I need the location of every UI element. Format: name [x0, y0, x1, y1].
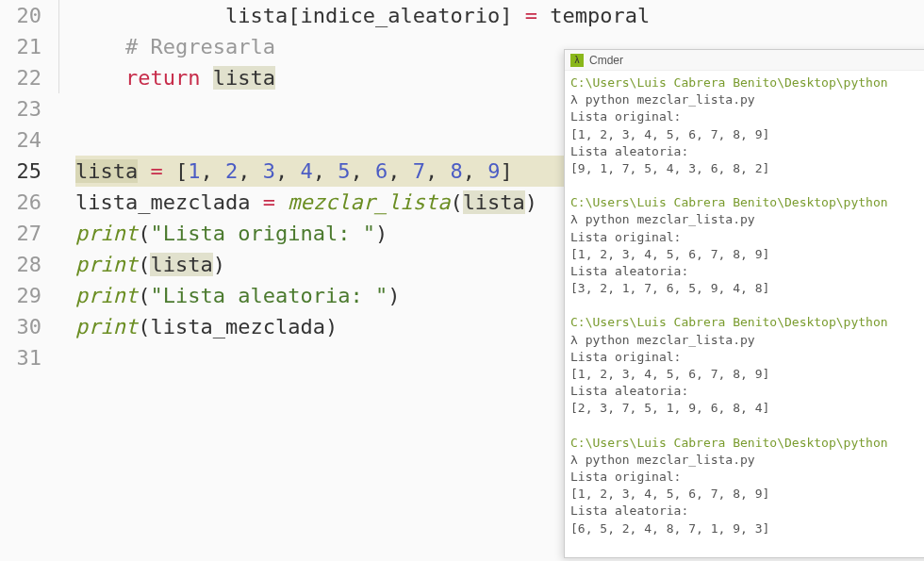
- code-token: ,: [425, 159, 451, 183]
- code-token: print: [75, 284, 138, 307]
- code-content[interactable]: lista[indice_aleatorio] = temporal: [75, 0, 924, 31]
- code-token: print: [75, 222, 138, 245]
- terminal-output-line: Lista aleatoria:: [570, 263, 924, 280]
- code-token: [275, 190, 288, 214]
- code-token: print: [75, 253, 138, 276]
- code-token: [163, 159, 175, 183]
- code-token: # Regresarla: [125, 35, 275, 58]
- terminal-run: C:\Users\Luis Cabrera Benito\Desktop\pyt…: [570, 435, 924, 537]
- terminal-output-line: Lista aleatoria:: [570, 143, 924, 160]
- indent-guide: [58, 93, 75, 124]
- terminal-output-line: [1, 2, 3, 4, 5, 6, 7, 8, 9]: [570, 246, 924, 263]
- line-number: 23: [0, 93, 58, 124]
- line-number: 25: [0, 156, 58, 187]
- code-token: print: [75, 315, 138, 338]
- terminal-output-line: [1, 2, 3, 4, 5, 6, 7, 8, 9]: [570, 366, 924, 383]
- terminal-command: λ python mezclar_lista.py: [570, 91, 924, 108]
- terminal-command: λ python mezclar_lista.py: [570, 332, 924, 349]
- line-number: 28: [0, 249, 58, 280]
- code-token: (: [138, 315, 150, 338]
- terminal-run: C:\Users\Luis Cabrera Benito\Desktop\pyt…: [570, 194, 924, 297]
- code-token: 7: [413, 159, 425, 183]
- terminal-output-line: Lista original:: [570, 108, 924, 125]
- code-token: ): [375, 222, 388, 245]
- terminal-path: C:\Users\Luis Cabrera Benito\Desktop\pyt…: [570, 435, 924, 452]
- line-number: 31: [0, 342, 58, 373]
- indent-guide: [58, 218, 75, 249]
- line-number: 20: [0, 0, 58, 31]
- code-token: ,: [350, 159, 375, 183]
- terminal-path: C:\Users\Luis Cabrera Benito\Desktop\pyt…: [570, 194, 924, 211]
- code-token: 1: [188, 159, 200, 183]
- code-token: 8: [450, 159, 462, 183]
- code-token: [: [288, 4, 300, 27]
- code-token: (: [450, 190, 462, 214]
- terminal-output-line: Lista original:: [570, 469, 924, 486]
- terminal-run: C:\Users\Luis Cabrera Benito\Desktop\pyt…: [570, 314, 924, 417]
- line-number: 29: [0, 280, 58, 311]
- code-token: 2: [225, 159, 238, 183]
- lambda-icon: λ: [570, 54, 584, 67]
- code-token: =: [525, 4, 537, 27]
- code-token: ]: [500, 4, 512, 27]
- line-number: 24: [0, 124, 58, 156]
- terminal-output-line: Lista original:: [570, 229, 924, 246]
- indent-guide: [58, 156, 75, 187]
- code-token: [250, 190, 262, 214]
- indent-guide: [58, 249, 75, 280]
- code-token: =: [263, 190, 275, 214]
- code-token: [200, 66, 212, 90]
- line-number: 27: [0, 218, 58, 249]
- terminal-command: λ python mezclar_lista.py: [570, 452, 924, 469]
- terminal-titlebar[interactable]: λ Cmder: [565, 50, 924, 71]
- code-token: ,: [200, 159, 225, 183]
- indent-guide: [58, 124, 75, 156]
- code-token: [138, 159, 150, 183]
- terminal-title-text: Cmder: [589, 54, 623, 67]
- terminal-output-line: [1, 2, 3, 4, 5, 6, 7, 8, 9]: [570, 486, 924, 503]
- terminal-output-line: [3, 2, 1, 7, 6, 5, 9, 4, 8]: [570, 280, 924, 297]
- line-number: 22: [0, 62, 58, 93]
- terminal-run: C:\Users\Luis Cabrera Benito\Desktop\pyt…: [570, 74, 924, 177]
- code-token: ,: [388, 159, 413, 183]
- code-token: (: [138, 253, 150, 276]
- indent-guide: [58, 62, 75, 93]
- terminal-output-line: Lista aleatoria:: [570, 383, 924, 400]
- code-token: "Lista original: ": [150, 222, 374, 245]
- line-number: 26: [0, 187, 58, 218]
- terminal-path: C:\Users\Luis Cabrera Benito\Desktop\pyt…: [570, 314, 924, 331]
- code-token: ): [213, 253, 225, 276]
- code-token: lista: [463, 190, 525, 214]
- terminal-output-line: [6, 5, 2, 4, 8, 7, 1, 9, 3]: [570, 520, 924, 537]
- code-token: "Lista aleatoria: ": [150, 284, 388, 307]
- code-token: 9: [487, 159, 500, 183]
- line-number: 30: [0, 311, 58, 342]
- indent-guide: [58, 0, 75, 31]
- code-token: (: [138, 222, 150, 245]
- terminal-output-line: [2, 3, 7, 5, 1, 9, 6, 8, 4]: [570, 400, 924, 417]
- code-token: lista: [213, 66, 275, 90]
- code-token: lista: [150, 253, 212, 276]
- code-token: return: [125, 66, 200, 90]
- code-token: ,: [275, 159, 301, 183]
- code-token: [: [175, 159, 188, 183]
- code-token: lista_mezclada: [150, 315, 324, 338]
- code-token: [537, 4, 550, 27]
- terminal-window[interactable]: λ Cmder C:\Users\Luis Cabrera Benito\Des…: [564, 49, 924, 558]
- code-token: 4: [300, 159, 312, 183]
- code-token: (: [138, 284, 150, 307]
- code-token: indice_aleatorio: [300, 4, 500, 27]
- code-token: 3: [263, 159, 275, 183]
- code-token: ,: [463, 159, 488, 183]
- indent-guide: [58, 280, 75, 311]
- code-token: ): [525, 190, 537, 214]
- code-line[interactable]: 20 lista[indice_aleatorio] = temporal: [0, 0, 924, 31]
- code-token: 5: [338, 159, 350, 183]
- indent-guide: [58, 187, 75, 218]
- indent-guide: [58, 311, 75, 342]
- terminal-output-line: [9, 1, 7, 5, 4, 3, 6, 8, 2]: [570, 160, 924, 177]
- code-token: temporal: [550, 4, 650, 27]
- terminal-content[interactable]: C:\Users\Luis Cabrera Benito\Desktop\pyt…: [565, 71, 924, 558]
- line-number: 21: [0, 31, 58, 62]
- code-token: 6: [375, 159, 388, 183]
